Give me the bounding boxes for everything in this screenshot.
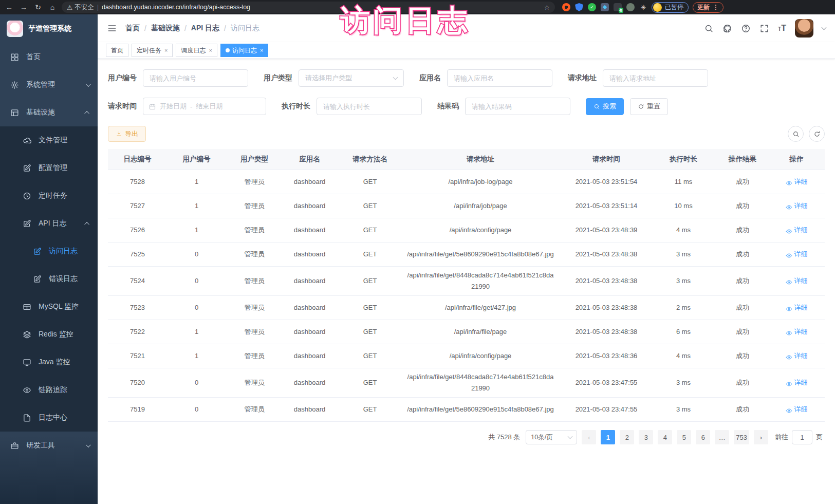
sidebar-item-api-log[interactable]: API 日志 [0, 210, 98, 237]
sidebar-item-system[interactable]: 系统管理 [0, 71, 98, 99]
detail-link[interactable]: 详细 [786, 404, 808, 415]
user-type-select[interactable]: 请选择用户类型 [299, 69, 404, 87]
detail-link[interactable]: 详细 [786, 225, 808, 236]
browser-menu-icon[interactable]: ⋮ [713, 4, 719, 11]
column-header: 执行时长 [655, 149, 712, 170]
hamburger-icon[interactable] [107, 23, 117, 33]
close-icon[interactable]: × [164, 47, 168, 53]
tab-label: 定时任务 [137, 46, 161, 55]
sidebar-item-error-log[interactable]: 错误日志 [0, 265, 98, 293]
font-size-icon[interactable]: TT [778, 24, 786, 33]
cell-log-id: 7520 [108, 368, 167, 397]
sidebar-item-devtools[interactable]: 研发工具 [0, 432, 98, 459]
select-placeholder: 请选择用户类型 [305, 73, 352, 83]
browser-forward-icon[interactable]: → [18, 3, 29, 11]
tab-job-log[interactable]: 调度日志× [176, 44, 217, 57]
cell-result: 成功 [712, 267, 773, 295]
sidebar-item-access-log[interactable]: 访问日志 [0, 237, 98, 265]
request-time-range-picker[interactable]: 开始日期 - 结束日期 [143, 98, 266, 115]
search-icon[interactable] [704, 24, 714, 33]
browser-update-button[interactable]: 更新 ⋮ [693, 2, 723, 13]
field-label: 请求地址 [568, 73, 597, 83]
detail-link[interactable]: 详细 [786, 249, 808, 260]
user-avatar[interactable] [795, 19, 813, 38]
page-button[interactable]: 753 [734, 430, 749, 444]
chevron-down-icon[interactable] [822, 25, 827, 30]
goto-page-input[interactable] [792, 430, 812, 444]
cell-user-type: 管理员 [226, 368, 283, 397]
sidebar-item-mysql[interactable]: MySQL 监控 [0, 293, 98, 321]
next-page-button[interactable]: › [754, 430, 768, 444]
search-button[interactable]: 搜索 [586, 98, 624, 115]
detail-link-label: 详细 [794, 200, 808, 212]
filter-row-2: 请求时间 开始日期 - 结束日期 执行时长 结果码 [108, 98, 825, 115]
detail-link[interactable]: 详细 [786, 176, 808, 188]
cell-request-url: /api/infra/file/get/5e8609290e915c4fa8b0… [403, 242, 558, 266]
sidebar-item-cron[interactable]: 定时任务 [0, 182, 98, 210]
breadcrumb-item[interactable]: API 日志 [191, 24, 219, 33]
cell-app-name: dashboard [283, 170, 337, 194]
extension-icon[interactable] [562, 3, 570, 11]
url-text: dashboard.yudao.iocoder.cn/infra/log/api… [102, 4, 250, 11]
pager-ellipsis[interactable]: … [715, 430, 729, 444]
detail-link[interactable]: 详细 [786, 350, 808, 362]
extension-icon[interactable] [626, 3, 635, 11]
sidebar-item-redis[interactable]: Redis 监控 [0, 321, 98, 348]
reset-button[interactable]: 重置 [630, 98, 668, 115]
detail-link[interactable]: 详细 [786, 326, 808, 338]
extension-icon[interactable] [575, 3, 583, 11]
prev-page-button[interactable]: ‹ [582, 430, 596, 444]
security-warning-icon[interactable]: ⚠ 不安全 [67, 3, 94, 12]
extensions-menu-icon[interactable]: ✳ [639, 3, 647, 11]
app-name-input[interactable] [447, 69, 552, 87]
github-icon[interactable] [722, 24, 732, 33]
sidebar-item-home[interactable]: 首页 [0, 43, 98, 71]
sidebar-item-config[interactable]: 配置管理 [0, 154, 98, 182]
page-button[interactable]: 2 [620, 430, 634, 444]
sidebar-item-java[interactable]: Java 监控 [0, 348, 98, 376]
page-button[interactable]: 5 [677, 430, 691, 444]
fullscreen-icon[interactable] [759, 24, 769, 33]
breadcrumb-separator: / [184, 24, 187, 32]
request-url-input[interactable] [603, 69, 708, 87]
sidebar-item-infra[interactable]: 基础设施 [0, 99, 98, 126]
detail-link[interactable]: 详细 [786, 302, 808, 313]
toggle-search-button[interactable] [788, 126, 804, 142]
browser-profile-chip[interactable]: 已暂停 [652, 2, 689, 13]
page-button[interactable]: 3 [639, 430, 653, 444]
page-size-select[interactable]: 10条/页 [526, 430, 577, 444]
detail-link[interactable]: 详细 [786, 275, 808, 287]
duration-input[interactable] [317, 98, 422, 115]
tab-access-log[interactable]: 访问日志× [220, 44, 268, 57]
help-icon[interactable] [741, 24, 751, 33]
extension-icon[interactable]: ✓ [588, 3, 596, 11]
page-button[interactable]: 1 [601, 430, 615, 444]
address-bar[interactable]: ⚠ 不安全 | dashboard.yudao.iocoder.cn/infra… [62, 2, 555, 13]
page-button[interactable]: 4 [658, 430, 672, 444]
sidebar-item-trace[interactable]: 链路追踪 [0, 376, 98, 404]
browser-reload-icon[interactable]: ↻ [33, 3, 43, 11]
extension-icon[interactable]: 有 [614, 3, 622, 11]
bookmark-star-icon[interactable]: ☆ [544, 4, 550, 11]
user-id-input[interactable] [143, 69, 248, 87]
eye-icon [786, 329, 792, 335]
detail-link[interactable]: 详细 [786, 200, 808, 212]
page-button[interactable]: 6 [696, 430, 710, 444]
breadcrumb-item[interactable]: 首页 [125, 24, 140, 33]
sidebar-item-file[interactable]: 文件管理 [0, 126, 98, 154]
close-icon[interactable]: × [209, 47, 212, 53]
tab-home[interactable]: 首页 [106, 44, 128, 57]
detail-link[interactable]: 详细 [786, 377, 808, 388]
tab-cron[interactable]: 定时任务× [132, 44, 173, 57]
export-button[interactable]: 导出 [108, 126, 146, 142]
sidebar-item-log-center[interactable]: 日志中心 [0, 404, 98, 432]
close-icon[interactable]: × [260, 47, 263, 53]
browser-back-icon[interactable]: ← [4, 3, 14, 11]
result-code-input[interactable] [465, 98, 570, 115]
browser-home-icon[interactable]: ⌂ [47, 3, 58, 11]
app-logo[interactable]: 芋道管理系统 [0, 14, 98, 43]
breadcrumb-item[interactable]: 基础设施 [151, 24, 180, 33]
extension-icon[interactable] [601, 3, 609, 11]
field-label: 应用名 [419, 73, 441, 83]
refresh-table-button[interactable] [809, 126, 825, 142]
